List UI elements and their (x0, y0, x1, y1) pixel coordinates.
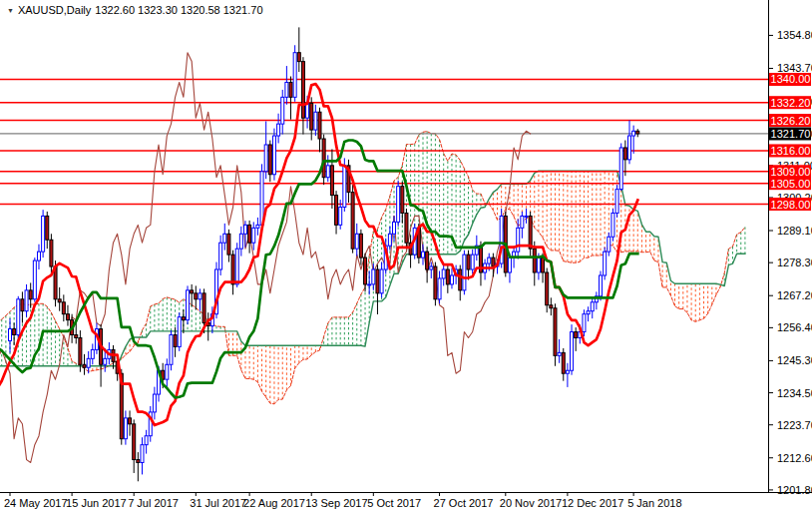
price-chart-canvas[interactable]: 1354.801343.701332.601321.801311.001300.… (0, 0, 812, 513)
price-tick-label: 1201.80 (777, 484, 812, 496)
chart-window: ▼ XAUUSD,Daily 1322.60 1323.30 1320.58 1… (0, 0, 812, 513)
ohlc-quote-label: 1322.60 1323.30 1320.58 1321.70 (95, 4, 262, 16)
price-tick-label: 1354.80 (777, 29, 812, 41)
price-tick-label: 1245.30 (777, 354, 812, 366)
date-tick-label: 31 Jul 2017 (190, 497, 246, 509)
price-badge-label: 1326.20 (771, 115, 811, 127)
price-badge-label: 1298.00 (771, 199, 811, 211)
price-tick-label: 1256.40 (777, 321, 812, 333)
symbol-header: ▼ XAUUSD,Daily 1322.60 1323.30 1320.58 1… (7, 4, 263, 16)
date-tick-label: 20 Nov 2017 (500, 497, 562, 509)
date-tick-label: 22 Aug 2017 (243, 497, 305, 509)
date-tick-label: 27 Oct 2017 (434, 497, 494, 509)
symbol-dropdown-icon[interactable]: ▼ (7, 5, 14, 16)
date-tick-label: 24 May 2017 (4, 497, 68, 509)
date-tick-label: 13 Sep 2017 (305, 497, 367, 509)
symbol-timeframe-label: XAUUSD,Daily (18, 4, 91, 16)
date-tick-label: 15 Jun 2017 (66, 497, 127, 509)
date-tick-label: 7 Jul 2017 (128, 497, 179, 509)
price-tick-label: 1267.20 (777, 289, 812, 301)
price-badge-label: 1340.00 (771, 73, 811, 85)
price-badge-label: 1332.20 (771, 97, 811, 109)
price-badge-label: 1305.00 (771, 178, 811, 190)
price-badge-label: 1316.00 (771, 145, 811, 157)
price-tick-label: 1223.70 (777, 419, 812, 431)
date-tick-label: 5 Oct 2017 (367, 497, 421, 509)
price-badge-label: 1321.70 (771, 128, 811, 140)
price-tick-label: 1234.50 (777, 387, 812, 399)
date-tick-label: 5 Jan 2018 (627, 497, 681, 509)
price-tick-label: 1212.60 (777, 452, 812, 464)
price-tick-label: 1278.30 (777, 256, 812, 268)
date-tick-label: 12 Dec 2017 (562, 497, 623, 509)
price-badge-label: 1309.00 (771, 166, 811, 178)
price-tick-label: 1289.10 (777, 225, 812, 237)
